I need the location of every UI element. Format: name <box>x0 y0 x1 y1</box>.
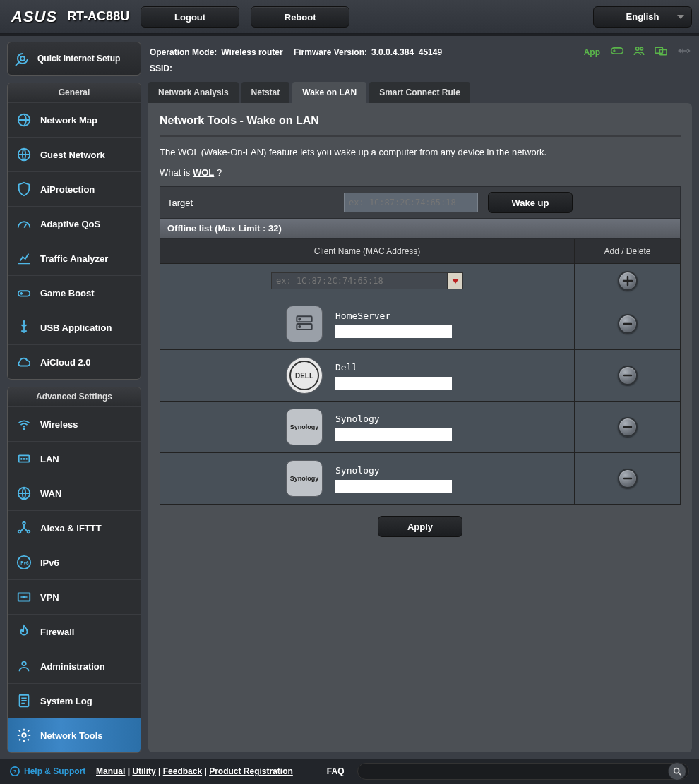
device-mac <box>335 480 452 493</box>
sidebar-item-system-log[interactable]: System Log <box>8 683 141 718</box>
sidebar-item-guest-network[interactable]: Guest Network <box>8 137 141 171</box>
add-row <box>160 264 681 298</box>
col-add-delete: Add / Delete <box>575 239 681 264</box>
sidebar-item-firewall[interactable]: Firewall <box>8 614 141 649</box>
sidebar-item-game-boost[interactable]: Game Boost <box>8 275 141 310</box>
fw-label: Firmware Version: <box>294 47 367 57</box>
delete-button[interactable] <box>618 366 638 385</box>
sidebar-item-label: IPv6 <box>40 557 59 568</box>
screens-icon[interactable] <box>654 45 668 59</box>
sidebar-item-aiprotection[interactable]: AiProtection <box>8 171 141 206</box>
sidebar-advanced: Advanced Settings Wireless LAN WAN Alexa… <box>7 387 141 753</box>
sidebar-item-label: Guest Network <box>40 150 105 160</box>
offline-table: Client Name (MAC Address) Add / Delete <box>160 239 681 505</box>
svg-point-18 <box>636 47 640 51</box>
mac-dropdown-button[interactable] <box>448 272 463 289</box>
wifi-icon <box>15 415 33 433</box>
sidebar-item-label: Administration <box>40 661 105 672</box>
main-panel: Network Tools - Wake on LAN The WOL (Wak… <box>148 103 692 752</box>
svg-point-10 <box>28 531 30 533</box>
sidebar-item-aicloud[interactable]: AiCloud 2.0 <box>8 344 141 379</box>
gamepad-icon[interactable] <box>610 46 624 58</box>
col-client-name: Client Name (MAC Address) <box>160 239 575 264</box>
search-icon <box>672 766 682 776</box>
sidebar-item-wan[interactable]: WAN <box>8 476 141 510</box>
sidebar-item-label: LAN <box>40 454 59 464</box>
svg-point-24 <box>299 318 300 320</box>
sidebar-item-adaptive-qos[interactable]: Adaptive QoS <box>8 206 141 241</box>
sidebar-item-label: USB Application <box>40 322 112 333</box>
svg-point-4 <box>23 321 25 322</box>
svg-rect-21 <box>659 49 667 54</box>
device-mac <box>335 428 452 441</box>
target-mac-input[interactable] <box>344 193 478 212</box>
tab-bar: Network Analysis Netstat Wake on LAN Sma… <box>148 82 692 103</box>
manual-link[interactable]: Manual <box>96 766 125 776</box>
page-description: The WOL (Wake-On-LAN) feature lets you w… <box>160 147 681 157</box>
svg-point-30 <box>674 768 679 773</box>
op-mode-link[interactable]: Wireless router <box>221 47 282 57</box>
delete-button[interactable] <box>618 314 638 334</box>
svg-point-19 <box>640 47 643 50</box>
utility-link[interactable]: Utility <box>132 766 155 776</box>
chart-icon <box>15 249 33 267</box>
sidebar-item-vpn[interactable]: VPN <box>8 579 141 614</box>
tab-netstat[interactable]: Netstat <box>241 82 290 103</box>
sidebar-item-network-tools[interactable]: Network Tools <box>8 718 141 752</box>
table-row: Synology Synology <box>160 453 681 505</box>
op-mode-label: Operation Mode: <box>150 47 217 57</box>
fw-link[interactable]: 3.0.0.4.384_45149 <box>371 47 442 57</box>
svg-point-8 <box>23 522 25 525</box>
sidebar-item-label: VPN <box>40 592 59 603</box>
reboot-button[interactable]: Reboot <box>251 6 350 28</box>
network-nodes-icon <box>15 519 33 537</box>
logout-button[interactable]: Logout <box>141 6 239 28</box>
sidebar-item-usb-application[interactable]: USB Application <box>8 310 141 344</box>
sidebar-item-traffic-analyzer[interactable]: Traffic Analyzer <box>8 241 141 275</box>
tab-network-analysis[interactable]: Network Analysis <box>148 82 239 103</box>
tab-wake-on-lan[interactable]: Wake on LAN <box>292 82 366 103</box>
device-name: Synology <box>335 465 452 476</box>
faq-search-input[interactable] <box>357 763 690 780</box>
tab-smart-connect-rule[interactable]: Smart Connect Rule <box>369 82 470 103</box>
sidebar-item-administration[interactable]: Administration <box>8 649 141 683</box>
sidebar-item-wireless[interactable]: Wireless <box>8 406 141 441</box>
ssid-row: SSID: <box>148 61 692 79</box>
sidebar-item-lan[interactable]: LAN <box>8 441 141 476</box>
svg-text:?: ? <box>13 768 17 775</box>
globe-icon <box>15 484 33 502</box>
quick-setup-label: Quick Internet Setup <box>37 54 120 64</box>
sidebar-item-alexa-ifttt[interactable]: Alexa & IFTTT <box>8 510 141 545</box>
quick-internet-setup[interactable]: Quick Internet Setup <box>7 42 141 76</box>
offline-list-header: Offline list (Max Limit : 32) <box>160 219 681 239</box>
feedback-link[interactable]: Feedback <box>163 766 202 776</box>
app-link[interactable]: App <box>584 47 600 57</box>
table-row: HomeServer <box>160 298 681 350</box>
wake-up-button[interactable]: Wake up <box>488 192 573 213</box>
device-name: HomeServer <box>335 310 452 321</box>
usb-icon <box>15 318 33 337</box>
device-name: Dell <box>335 362 452 373</box>
help-support[interactable]: ? Help & Support <box>10 766 85 776</box>
sidebar-item-label: WAN <box>40 488 61 499</box>
table-row: Synology Synology <box>160 402 681 453</box>
wol-help-link[interactable]: WOL <box>193 167 214 178</box>
apply-button[interactable]: Apply <box>378 516 462 537</box>
whatis-text: What is WOL ? <box>160 167 681 178</box>
sidebar-item-network-map[interactable]: Network Map <box>8 102 141 137</box>
usb-status-icon[interactable] <box>676 46 691 58</box>
delete-button[interactable] <box>618 469 638 488</box>
gamepad-icon <box>15 284 33 302</box>
svg-text:IPv6: IPv6 <box>19 560 29 565</box>
language-dropdown[interactable]: English <box>593 6 692 28</box>
table-row: DELL Dell <box>160 350 681 402</box>
search-button[interactable] <box>668 762 686 780</box>
sidebar-item-ipv6[interactable]: IPv6 IPv6 <box>8 545 141 579</box>
users-icon[interactable] <box>633 44 645 59</box>
product-registration-link[interactable]: Product Registration <box>209 766 293 776</box>
add-button[interactable] <box>618 271 638 291</box>
delete-button[interactable] <box>618 417 638 437</box>
chevron-down-icon <box>452 279 459 284</box>
new-mac-input[interactable] <box>271 272 448 289</box>
gauge-icon <box>15 215 33 233</box>
